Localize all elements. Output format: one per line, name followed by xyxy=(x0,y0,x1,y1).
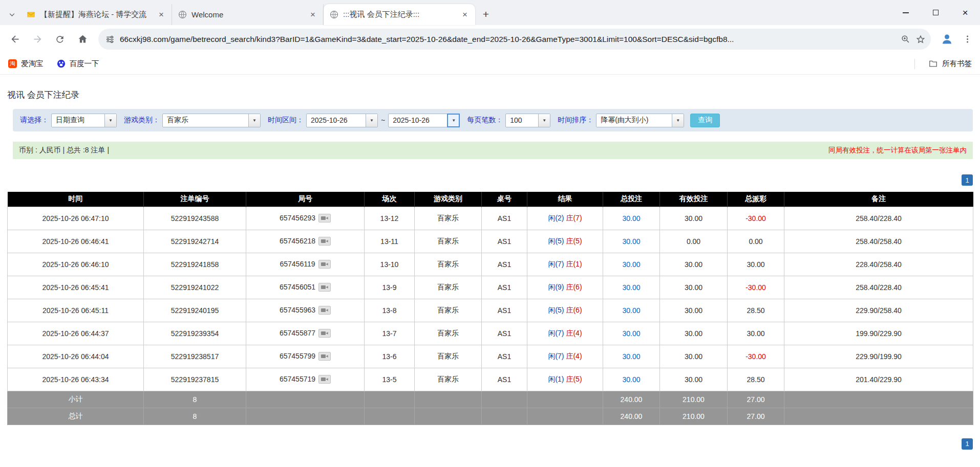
video-replay-icon[interactable] xyxy=(318,329,331,338)
tab-title: 【新提醒】海燕论坛 - 博学交流 xyxy=(40,10,152,19)
result-banker: 庄(5) xyxy=(566,237,582,245)
sort-select[interactable]: 降幂(由大到小) ▼ xyxy=(596,114,684,127)
table-header-row: 时间 注单编号 局号 场次 游戏类别 桌号 结果 总投注 有效投注 总派彩 备注 xyxy=(8,192,973,207)
total-bet-link[interactable]: 30.00 xyxy=(622,283,640,292)
chevron-down-icon[interactable]: ▼ xyxy=(366,114,377,127)
tab-forum[interactable]: 【新提醒】海燕论坛 - 博学交流 × xyxy=(20,4,172,25)
sort-value: 降幂(由大到小) xyxy=(596,114,672,127)
footer-empty-cell xyxy=(415,391,482,408)
chevron-down-icon[interactable]: ▼ xyxy=(538,114,550,127)
cell-payout: -30.00 xyxy=(728,276,784,299)
tab-close-icon[interactable]: × xyxy=(156,10,166,20)
query-type-value: 日期查询 xyxy=(52,114,104,127)
video-replay-icon[interactable] xyxy=(318,214,331,223)
page-number-button[interactable]: 1 xyxy=(962,438,973,450)
table-row: 2025-10-26 06:44:04522919238517657455799… xyxy=(8,345,973,368)
minimize-icon xyxy=(903,12,909,13)
chevron-down-icon[interactable]: ▼ xyxy=(448,114,459,127)
cell-round-id: 657456051 xyxy=(246,276,365,299)
page-size-label: 每页笔数： xyxy=(467,116,503,125)
page-size-select[interactable]: 100 ▼ xyxy=(505,114,550,127)
total-bet-link[interactable]: 30.00 xyxy=(622,237,640,246)
cell-valid-bet: 30.00 xyxy=(660,299,728,322)
tab-bet-record[interactable]: :::视讯 会员下注纪录::: × xyxy=(324,4,475,25)
total-label: 总计 xyxy=(8,408,144,425)
video-replay-icon[interactable] xyxy=(318,375,331,384)
pagination-top: 1 xyxy=(0,174,973,186)
date-end-select[interactable]: 2025-10-26 ▼ xyxy=(388,114,460,127)
total-bet-link[interactable]: 30.00 xyxy=(622,329,640,338)
chevron-down-icon[interactable]: ▼ xyxy=(104,114,116,127)
forward-button[interactable] xyxy=(28,30,47,49)
bet-table-body: 2025-10-26 06:47:10522919243588657456293… xyxy=(8,207,973,391)
cell-valid-bet: 30.00 xyxy=(660,345,728,368)
pagination-bottom: 1 xyxy=(0,438,973,450)
cell-total-bet: 30.00 xyxy=(603,368,660,391)
video-replay-icon[interactable] xyxy=(318,352,331,361)
zoom-icon[interactable] xyxy=(901,34,910,44)
total-bet-link[interactable]: 30.00 xyxy=(622,306,640,315)
total-bet-link[interactable]: 30.00 xyxy=(622,214,640,223)
back-button[interactable] xyxy=(5,30,25,49)
page-size-value: 100 xyxy=(506,114,538,127)
tab-list-chevron-icon[interactable] xyxy=(3,4,20,25)
tab-close-icon[interactable]: × xyxy=(460,10,470,20)
search-button[interactable]: 查询 xyxy=(690,114,720,127)
col-table-no: 桌号 xyxy=(482,192,527,207)
all-bookmarks-label: 所有书签 xyxy=(942,59,972,69)
page-number-button[interactable]: 1 xyxy=(962,174,973,186)
url-text[interactable]: 66cxkj98.com/game/betrecord_search/kind3… xyxy=(120,35,896,44)
total-bet-link[interactable]: 30.00 xyxy=(622,352,640,361)
table-row: 2025-10-26 06:46:41522919242714657456218… xyxy=(8,230,973,253)
cell-time: 2025-10-26 06:46:10 xyxy=(8,253,144,276)
query-type-select[interactable]: 日期查询 ▼ xyxy=(51,114,117,127)
cell-round-id: 657456218 xyxy=(246,230,365,253)
cell-round-id: 657456293 xyxy=(246,207,365,230)
total-bet-link[interactable]: 30.00 xyxy=(622,260,640,269)
video-replay-icon[interactable] xyxy=(318,306,331,315)
cell-payout: -30.00 xyxy=(728,345,784,368)
cell-result: 闲(5) 庄(5) xyxy=(527,230,603,253)
all-bookmarks-button[interactable]: 所有书签 xyxy=(928,59,972,69)
video-replay-icon[interactable] xyxy=(318,237,331,246)
bookmark-baidu[interactable]: 百度一下 xyxy=(57,59,99,69)
cell-valid-bet: 30.00 xyxy=(660,322,728,345)
cell-table-no: AS1 xyxy=(482,299,527,322)
cell-table-no: AS1 xyxy=(482,368,527,391)
video-replay-icon[interactable] xyxy=(318,260,331,269)
maximize-button[interactable] xyxy=(921,0,950,25)
col-game-type: 游戏类别 xyxy=(415,192,482,207)
home-button[interactable] xyxy=(73,30,92,49)
date-range-tilde: ~ xyxy=(381,116,385,124)
bookmark-taobao[interactable]: 淘 爱淘宝 xyxy=(8,59,44,69)
cell-valid-bet: 30.00 xyxy=(660,368,728,391)
bookmark-star-icon[interactable] xyxy=(915,34,926,45)
tab-close-icon[interactable]: × xyxy=(308,10,318,20)
result-banker: 庄(5) xyxy=(566,375,582,383)
cell-note: 201.40/229.90 xyxy=(784,368,973,391)
total-bet-link[interactable]: 30.00 xyxy=(622,375,640,384)
total-row: 总计 8 240.00 210.00 27.00 xyxy=(8,408,973,425)
browser-menu-icon[interactable] xyxy=(960,30,975,49)
cell-result: 闲(7) 庄(4) xyxy=(527,322,603,345)
game-type-select[interactable]: 百家乐 ▼ xyxy=(162,114,261,127)
footer-empty-cell xyxy=(482,391,527,408)
tab-welcome[interactable]: Welcome × xyxy=(172,4,324,25)
col-valid-bet: 有效投注 xyxy=(660,192,728,207)
chevron-down-icon[interactable]: ▼ xyxy=(672,114,684,127)
chevron-down-icon[interactable]: ▼ xyxy=(248,114,260,127)
footer-empty-cell xyxy=(527,408,603,425)
minimize-button[interactable] xyxy=(891,0,921,25)
date-start-select[interactable]: 2025-10-26 ▼ xyxy=(306,114,378,127)
profile-avatar[interactable] xyxy=(937,30,956,49)
col-bet-id: 注单编号 xyxy=(144,192,246,207)
cell-table-no: AS1 xyxy=(482,207,527,230)
video-replay-icon[interactable] xyxy=(318,283,331,292)
refresh-button[interactable] xyxy=(50,30,70,49)
footer-empty-cell xyxy=(246,391,365,408)
new-tab-button[interactable]: + xyxy=(478,7,494,22)
close-button[interactable]: × xyxy=(950,0,980,25)
result-banker: 庄(6) xyxy=(566,306,582,314)
site-settings-tune-icon[interactable] xyxy=(105,35,115,44)
address-bar[interactable]: 66cxkj98.com/game/betrecord_search/kind3… xyxy=(98,29,931,50)
